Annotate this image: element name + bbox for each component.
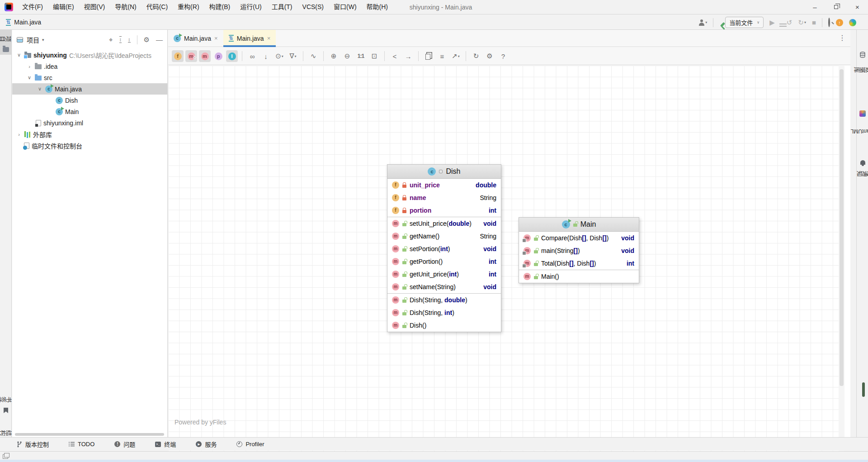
menu-code[interactable]: 代码(C) bbox=[142, 0, 173, 14]
expand-all-button[interactable]: ↕ bbox=[119, 36, 122, 43]
sphere-icon[interactable] bbox=[849, 19, 856, 26]
stripe-bookmarks-button[interactable]: 书签 bbox=[0, 391, 12, 416]
method-row[interactable]: m main(String[]) void bbox=[519, 244, 639, 257]
tree-item-iml-file[interactable]: shiyunxing.iml bbox=[12, 117, 167, 129]
vertical-scrollbar[interactable] bbox=[839, 66, 844, 460]
tree-item-main-java[interactable]: ∨ Main.java bbox=[12, 83, 167, 95]
tab-main-java-uml[interactable]: ⇅ Main.java × bbox=[223, 30, 276, 47]
method-row[interactable]: m getPortion() int bbox=[387, 255, 501, 268]
tree-item-scratches[interactable]: 临时文件和控制台 bbox=[12, 140, 167, 151]
uml-class-header[interactable]: Dish bbox=[387, 165, 501, 179]
restore-button[interactable] bbox=[826, 0, 847, 14]
method-row[interactable]: m Total(Dish[], Dish[]) int bbox=[519, 257, 639, 270]
tree-item-main-class[interactable]: Main bbox=[12, 106, 167, 117]
tool-window-toggle-icon[interactable] bbox=[4, 453, 9, 457]
expand-nodes-button[interactable]: → bbox=[402, 50, 414, 62]
search-everywhere-button[interactable] bbox=[828, 19, 830, 27]
show-dependencies-button[interactable]: ∞ bbox=[246, 50, 258, 62]
tree-item-src[interactable]: ∨ src bbox=[12, 72, 167, 83]
edge-shape-button[interactable]: ∿ bbox=[307, 50, 319, 62]
tree-item-dish-class[interactable]: Dish bbox=[12, 95, 167, 106]
gear-icon[interactable]: ⚙ bbox=[144, 36, 150, 43]
method-row[interactable]: m Compare(Dish[], Dish[]) void bbox=[519, 232, 639, 244]
chevron-down-icon[interactable]: ∨ bbox=[26, 75, 33, 81]
version-control-button[interactable]: 版本控制 bbox=[17, 440, 49, 448]
constructor-row[interactable]: m Dish(String, int) bbox=[387, 306, 501, 319]
show-methods-button[interactable]: m bbox=[199, 50, 211, 62]
stripe-database-button[interactable]: 数据库 bbox=[857, 52, 868, 78]
coverage-button[interactable]: ↻▾ bbox=[798, 19, 806, 26]
field-row[interactable]: f name String bbox=[387, 191, 501, 204]
stripe-notifications-button[interactable]: 通知 bbox=[857, 160, 868, 179]
stop-button[interactable]: ■ bbox=[812, 19, 816, 26]
menu-view[interactable]: 视图(V) bbox=[79, 0, 110, 14]
close-icon[interactable]: × bbox=[267, 35, 271, 42]
show-inner-classes-button[interactable]: I bbox=[226, 50, 238, 62]
project-view-title[interactable]: 项目 bbox=[27, 35, 39, 44]
chevron-down-icon[interactable]: ▾ bbox=[42, 38, 44, 42]
minimize-button[interactable]: – bbox=[804, 0, 826, 14]
zoom-in-button[interactable]: ⊕ bbox=[328, 50, 340, 62]
terminal-button[interactable]: >_ 终端 bbox=[155, 440, 176, 448]
update-badge-icon[interactable]: ↑ bbox=[836, 19, 843, 26]
breadcrumb[interactable]: Main.java bbox=[14, 19, 41, 26]
member-details-button[interactable]: ≡ bbox=[436, 50, 448, 62]
fit-content-button[interactable]: ⊡ bbox=[368, 50, 380, 62]
close-button[interactable]: × bbox=[847, 0, 868, 14]
menu-build[interactable]: 构建(B) bbox=[204, 0, 236, 14]
run-config-select[interactable]: 当前文件 ∨ bbox=[725, 17, 764, 28]
sort-members-button[interactable]: ↓ bbox=[260, 50, 272, 62]
field-row[interactable]: f unit_price double bbox=[387, 179, 501, 191]
constructor-row[interactable]: m Dish(String, double) bbox=[387, 294, 501, 306]
refresh-button[interactable]: ↻ bbox=[470, 50, 482, 62]
zoom-out-button[interactable]: ⊖ bbox=[341, 50, 353, 62]
hide-panel-button[interactable]: — bbox=[156, 36, 163, 43]
filter-button[interactable]: ∇▾ bbox=[287, 50, 299, 62]
tree-item-idea-folder[interactable]: › .idea bbox=[12, 61, 167, 72]
show-constructors-button[interactable]: m bbox=[185, 50, 197, 62]
uml-class-header[interactable]: Main bbox=[519, 218, 639, 232]
scrollbar-thumb[interactable] bbox=[840, 69, 844, 386]
uml-class-main[interactable]: Main m Compare(Dish[], Dish[]) void m ma… bbox=[519, 217, 639, 283]
visibility-level-button[interactable]: ⊙▾ bbox=[274, 50, 285, 62]
constructor-row[interactable]: m Main() bbox=[519, 270, 639, 283]
constructor-row[interactable]: m Dish() bbox=[387, 319, 501, 332]
method-row[interactable]: m setUnit_price(double) void bbox=[387, 217, 501, 230]
close-icon[interactable]: × bbox=[214, 35, 218, 42]
menu-run[interactable]: 运行(U) bbox=[235, 0, 266, 14]
menu-window[interactable]: 窗口(W) bbox=[329, 0, 362, 14]
show-properties-button[interactable]: p bbox=[212, 50, 224, 62]
services-button[interactable]: ▶ 服务 bbox=[196, 440, 217, 448]
collapse-all-button[interactable]: ↕ bbox=[128, 37, 131, 43]
chevron-down-icon[interactable]: ∨ bbox=[16, 52, 22, 58]
collapse-nodes-button[interactable]: < bbox=[389, 50, 401, 62]
chevron-right-icon[interactable]: › bbox=[26, 64, 33, 69]
stripe-project-button[interactable]: 项目 bbox=[0, 30, 11, 55]
stripe-plantuml-button[interactable]: PlantUML bbox=[857, 110, 868, 143]
todo-button[interactable]: TODO bbox=[69, 441, 94, 448]
method-row[interactable]: m setPortion(int) void bbox=[387, 243, 501, 255]
method-row[interactable]: m setName(String) void bbox=[387, 281, 501, 293]
settings-button[interactable]: ⚙ bbox=[484, 50, 495, 62]
chevron-down-icon[interactable]: ∨ bbox=[37, 86, 43, 92]
menu-file[interactable]: 文件(F) bbox=[17, 0, 48, 14]
method-row[interactable]: m getName() String bbox=[387, 230, 501, 243]
menu-tools[interactable]: 工具(T) bbox=[267, 0, 297, 14]
menu-navigate[interactable]: 导航(N) bbox=[110, 0, 141, 14]
tree-item-project-root[interactable]: ∨ shiyunxing C:\Users\胡沁民\IdeaProjects bbox=[12, 49, 167, 61]
method-row[interactable]: m getUnit_price(int) int bbox=[387, 268, 501, 281]
tree-item-external-libraries[interactable]: › 外部库 bbox=[12, 129, 167, 140]
menu-edit[interactable]: 编辑(E) bbox=[48, 0, 79, 14]
profiler-button[interactable]: Profiler bbox=[236, 441, 264, 448]
chevron-right-icon[interactable]: › bbox=[16, 132, 22, 137]
uml-class-dish[interactable]: Dish f unit_price double f name String f bbox=[387, 164, 501, 332]
profile-button[interactable]: ↺ bbox=[787, 19, 793, 26]
field-row[interactable]: f portion int bbox=[387, 204, 501, 217]
horizontal-scrollbar[interactable] bbox=[15, 433, 164, 436]
copy-diagram-button[interactable] bbox=[423, 50, 434, 62]
locate-file-button[interactable]: ⌖ bbox=[109, 36, 113, 43]
problems-button[interactable]: ! 问题 bbox=[114, 440, 135, 448]
run-button[interactable]: ▶ bbox=[769, 19, 775, 26]
export-diagram-button[interactable]: ↗▾ bbox=[450, 50, 462, 62]
diagram-canvas[interactable]: Dish f unit_price double f name String f bbox=[168, 66, 844, 460]
